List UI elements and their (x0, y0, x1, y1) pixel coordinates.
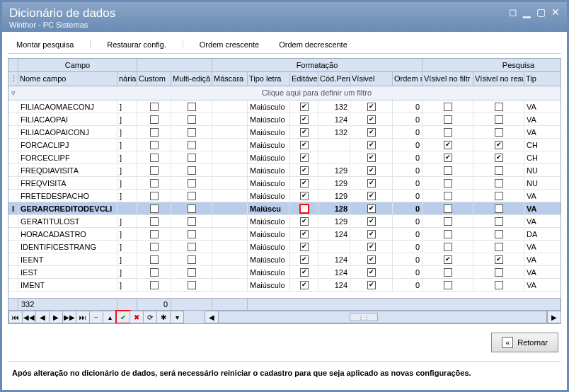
cell-visivel[interactable] (350, 139, 393, 151)
cell-multi[interactable] (171, 100, 212, 113)
cell-vis-filtro[interactable] (423, 266, 473, 278)
cell-custom[interactable] (137, 228, 171, 240)
menu-ordem-crescente[interactable]: Ordem crescente (191, 39, 268, 50)
checkbox[interactable] (188, 204, 196, 213)
checkbox[interactable] (188, 281, 196, 289)
checkbox[interactable] (188, 192, 196, 200)
checkbox[interactable] (300, 141, 309, 149)
table-row[interactable]: FORCECLIPF]Maiúsculo0CH (8, 151, 561, 164)
checkbox[interactable] (150, 115, 159, 124)
cell-multi[interactable] (171, 151, 212, 163)
checkbox[interactable] (300, 154, 309, 162)
cell-multi[interactable] (171, 266, 212, 278)
col-ordem[interactable]: Ordem no res (393, 72, 423, 86)
checkbox[interactable] (300, 179, 309, 188)
col-indicator[interactable]: ⋮ (8, 72, 18, 86)
checkbox[interactable] (495, 166, 503, 175)
table-row[interactable]: IDENTIFICESTRANG]Maiúsculo0VA (8, 241, 561, 253)
cell-visivel[interactable] (350, 126, 393, 138)
cell-editavel[interactable] (290, 215, 318, 227)
cell-vis-resultado[interactable] (473, 113, 524, 125)
cell-custom[interactable] (137, 202, 171, 214)
checkbox[interactable] (495, 268, 503, 277)
col-multi[interactable]: Multi-ediçã (171, 72, 212, 86)
checkbox[interactable] (367, 141, 376, 149)
col-cod-permiss[interactable]: Cód.Permiss (318, 72, 350, 86)
cell-vis-resultado[interactable] (473, 202, 524, 214)
checkbox[interactable] (188, 243, 196, 251)
table-row[interactable]: FILIACAOPAI]Maiúsculo1240VA (8, 113, 561, 126)
checkbox[interactable] (300, 166, 309, 175)
table-row[interactable]: FRETEDESPACHO]Maiúsculo1290VA (8, 190, 561, 202)
cell-editavel[interactable] (290, 126, 318, 138)
checkbox[interactable] (150, 255, 159, 264)
filter-row[interactable]: ▿ Clique aqui para definir um filtro (8, 86, 561, 100)
nav-last[interactable]: ⏭ (76, 311, 90, 323)
cell-editavel[interactable] (290, 253, 318, 265)
checkbox[interactable] (188, 268, 196, 277)
checkbox[interactable] (495, 115, 503, 124)
checkbox[interactable] (367, 192, 376, 200)
cell-visivel[interactable] (350, 241, 393, 253)
cell-custom[interactable] (137, 266, 171, 278)
checkbox[interactable] (495, 217, 503, 226)
maximize-icon[interactable]: ▢ (536, 6, 546, 18)
checkbox[interactable] (188, 128, 196, 137)
checkbox[interactable] (444, 255, 452, 264)
table-row[interactable]: IEENT]Maiúsculo1240VA (8, 253, 561, 266)
checkbox[interactable] (444, 217, 452, 226)
cell-vis-resultado[interactable] (473, 151, 524, 163)
cell-visivel[interactable] (350, 151, 393, 163)
col-visivel[interactable]: Vísivel (350, 72, 393, 86)
checkbox[interactable] (367, 128, 376, 137)
col-editavel[interactable]: Editável (290, 72, 318, 86)
checkbox[interactable] (188, 154, 196, 162)
checkbox[interactable] (188, 230, 196, 238)
menu-ordem-decrescente[interactable]: Ordem decrescente (270, 39, 356, 50)
cell-visivel[interactable] (350, 215, 393, 227)
cell-vis-resultado[interactable] (473, 266, 524, 278)
checkbox[interactable] (495, 230, 503, 238)
nav-first[interactable]: ⏮ (8, 311, 23, 323)
checkbox[interactable] (300, 268, 309, 277)
hscroll-track[interactable]: ⋮⋮ (218, 311, 547, 323)
checkbox[interactable] (495, 255, 503, 264)
table-row[interactable]: IEST]Maiúsculo1240VA (8, 266, 561, 279)
checkbox[interactable] (495, 103, 503, 111)
cell-vis-filtro[interactable] (423, 228, 473, 240)
checkbox[interactable] (300, 255, 309, 264)
checkbox[interactable] (367, 268, 376, 277)
checkbox[interactable] (444, 179, 452, 188)
checkbox[interactable] (150, 166, 159, 175)
checkbox[interactable] (367, 179, 376, 188)
cell-vis-filtro[interactable] (423, 126, 473, 138)
cell-editavel[interactable] (290, 151, 318, 163)
checkbox[interactable] (495, 192, 503, 200)
cell-multi[interactable] (171, 253, 212, 265)
minimize-icon[interactable]: ▁ (523, 6, 531, 18)
nav-bookmark[interactable]: ✱ (156, 311, 171, 323)
cell-editavel[interactable] (290, 279, 318, 291)
col-mascara[interactable]: Máscara (212, 72, 248, 86)
cell-vis-filtro[interactable] (423, 113, 473, 125)
filter-hint[interactable]: Clique aqui para definir um filtro (18, 86, 561, 100)
cell-multi[interactable] (171, 241, 212, 253)
cell-multi[interactable] (171, 126, 212, 138)
checkbox[interactable] (150, 128, 159, 137)
cell-vis-filtro[interactable] (423, 215, 473, 227)
cell-visivel[interactable] (350, 113, 393, 125)
nav-delete[interactable]: − (89, 311, 103, 323)
col-custom[interactable]: Custom (137, 72, 171, 86)
cell-vis-filtro[interactable] (423, 164, 473, 176)
nav-cancel[interactable]: ✖ (130, 311, 144, 323)
checkbox[interactable] (444, 268, 452, 277)
checkbox[interactable] (444, 154, 452, 162)
checkbox[interactable] (150, 154, 159, 162)
cell-vis-filtro[interactable] (423, 100, 473, 113)
cell-editavel[interactable] (290, 139, 318, 151)
hscroll-left[interactable]: ◀ (205, 311, 219, 323)
checkbox[interactable] (150, 141, 159, 149)
nav-prev[interactable]: ◀ (35, 311, 50, 323)
cell-vis-resultado[interactable] (473, 279, 524, 291)
cell-vis-resultado[interactable] (473, 190, 524, 202)
